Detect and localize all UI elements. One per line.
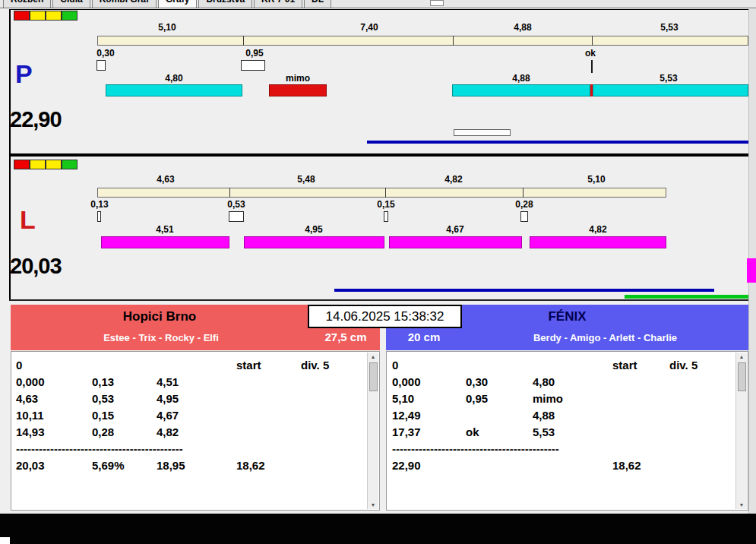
team-right-results: 0 start div. 5 0,000 0,30 4,80 5,10 0,95… (386, 351, 748, 511)
result-divider: ----------------------------------------… (392, 441, 559, 457)
leg-time: 5,53 (660, 73, 677, 84)
lane-p-total-time: 22,90 (10, 107, 62, 132)
split-time: 7,40 (360, 22, 378, 33)
magenta-strip (747, 258, 756, 283)
changeover-tick (591, 60, 593, 73)
left-results-scrollbar[interactable]: ▲ ▼ (367, 353, 378, 509)
scroll-up-icon[interactable]: ▲ (736, 354, 747, 359)
changeover-box (229, 211, 244, 222)
leg-bar (101, 236, 229, 248)
split-time: 5,10 (587, 174, 605, 185)
light-green-square (62, 11, 77, 21)
result-cell: 4,51 (157, 375, 179, 390)
graph-frame-bottom (9, 299, 748, 301)
total-percent: 5,69% (92, 458, 125, 473)
scroll-thumb[interactable] (369, 362, 378, 391)
split-time: 4,88 (514, 22, 531, 33)
result-cell: 4,82 (157, 425, 179, 440)
reference-time: 18,62 (612, 458, 641, 473)
tab-rozbeh[interactable]: Rozbeh (3, 0, 51, 8)
changeover-box (384, 211, 388, 222)
lane-l-label: L (20, 207, 36, 232)
result-cell: 14,93 (16, 425, 45, 440)
result-cell: 12,49 (392, 408, 421, 423)
result-cell: 0,28 (92, 425, 114, 440)
leg-time: 4,88 (512, 73, 530, 84)
tab-kombi-graf[interactable]: Kombi Graf (92, 0, 157, 8)
light-red-square (14, 11, 30, 21)
result-cell: mimo (533, 391, 563, 406)
changeover-box (520, 211, 528, 222)
team-left-jump-height: 27,5 cm (312, 328, 380, 348)
leg-time: 4,82 (589, 224, 606, 235)
taskbar-notch (0, 537, 10, 544)
lane-l-progress-line (334, 289, 714, 292)
changeover-time: 0,30 (96, 48, 114, 59)
split-time: 5,10 (158, 22, 176, 33)
total-time: 20,03 (16, 458, 45, 473)
taskbar (0, 514, 756, 544)
result-cell: 0,30 (466, 375, 488, 390)
result-cell: ok (466, 425, 479, 440)
team-left-name: Hopici Brno (11, 305, 308, 328)
net-time: 18,95 (157, 458, 185, 473)
result-cell: 17,37 (392, 425, 421, 440)
tab-bar: Rozbeh Cidla Kombi Graf Grafy Druzstva K… (0, 0, 756, 8)
leg-bar (452, 84, 590, 96)
result-cell: 0,95 (466, 391, 488, 406)
graph-frame-top (9, 9, 748, 10)
team-left-dogs: Estee - Trix - Rocky - Elfi (11, 330, 312, 348)
changeover-ok: ok (585, 48, 596, 59)
result-cell: 4,95 (157, 391, 179, 406)
window-top-divider (0, 8, 756, 8)
leg-bar (106, 84, 242, 96)
light-green-square (62, 160, 77, 169)
leg-bar (593, 84, 748, 96)
scroll-up-icon[interactable]: ▲ (368, 354, 378, 359)
col-header-zero: 0 (16, 358, 22, 373)
team-right-dogs: Berdy - Amigo - Arlett - Charlie (462, 330, 748, 348)
changeover-time: 0,28 (515, 199, 533, 210)
team-left-results: 0 start div. 5 0,000 0,13 4,51 4,63 0,53… (11, 351, 380, 511)
changeover-time: 0,13 (90, 199, 108, 210)
changeover-box (97, 211, 101, 222)
tab-kr[interactable]: KR 7 01 (254, 0, 302, 8)
leg-time: 4,51 (156, 224, 173, 235)
leg-time: 4,95 (305, 224, 322, 235)
result-cell: 5,53 (533, 425, 555, 440)
result-cell: 0,000 (392, 375, 421, 390)
right-results-scrollbar[interactable]: ▲ ▼ (735, 353, 747, 509)
light-red-square (14, 160, 30, 169)
green-strip (625, 295, 756, 299)
col-header-div: div. 5 (301, 358, 329, 373)
changeover-time: 0,15 (377, 199, 394, 210)
lane-p-progress-line (367, 141, 748, 144)
tab-grafy[interactable]: Grafy (158, 0, 197, 8)
tab-cidla[interactable]: Cidla (52, 0, 90, 8)
total-time: 22,90 (392, 458, 421, 473)
scroll-down-icon[interactable]: ▼ (368, 502, 378, 508)
tab-druzstva[interactable]: Druzstva (198, 0, 252, 8)
team-right-jump-height: 20 cm (386, 328, 462, 348)
changeover-box (96, 60, 106, 71)
light-yellow-square (30, 160, 46, 169)
leg-bar (530, 236, 666, 248)
col-header-start: start (236, 358, 261, 373)
split-time: 5,48 (297, 174, 315, 185)
col-header-zero: 0 (392, 358, 398, 373)
result-cell: 4,88 (533, 408, 555, 423)
scroll-thumb[interactable] (738, 362, 746, 391)
fault-bar (269, 84, 327, 96)
split-time: 4,63 (157, 174, 174, 185)
tab-dl[interactable]: DL (304, 0, 331, 8)
date-time-display: 14.06.2025 15:38:32 (308, 305, 462, 328)
reference-time: 18,62 (236, 458, 265, 473)
lane-separator (9, 153, 748, 157)
result-cell: 0,13 (92, 375, 114, 390)
toolbar-field (430, 0, 444, 6)
changeover-box (241, 60, 265, 71)
scroll-down-icon[interactable]: ▼ (736, 502, 747, 508)
result-cell: 4,80 (533, 375, 555, 390)
changeover-time: 0,53 (227, 199, 245, 210)
light-yellow-square (30, 11, 46, 21)
